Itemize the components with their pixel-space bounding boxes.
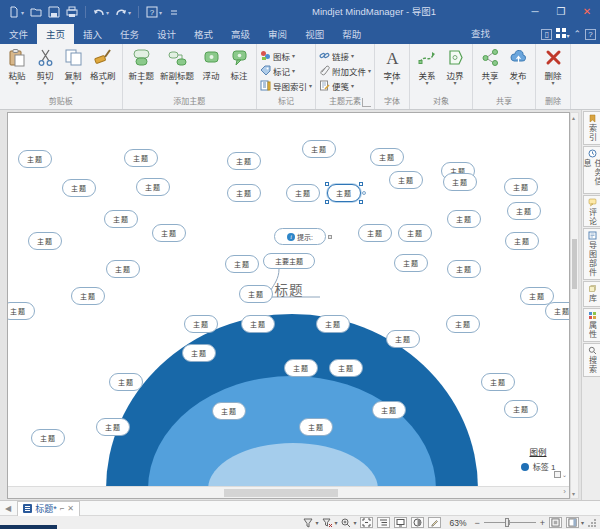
floating-topic[interactable]: 主题 <box>18 150 52 168</box>
tab-插入[interactable]: 插入 <box>74 24 111 44</box>
floating-topic[interactable]: 主题 <box>182 344 216 362</box>
floating-topic[interactable]: 主题 <box>481 373 515 391</box>
floating-topic[interactable]: 主题 <box>62 179 96 197</box>
close-button[interactable]: ✕ <box>574 0 600 22</box>
undo-button[interactable]: ▾ <box>91 3 111 21</box>
redo-button[interactable]: ▾ <box>113 3 133 21</box>
ribbon-button-边界[interactable]: 边界▾ <box>441 46 469 86</box>
vscroll-down-arrow[interactable]: ▾ <box>572 490 575 497</box>
fit-map-button[interactable] <box>549 517 562 528</box>
ribbon-button-附加文件[interactable]: 附加文件▾ <box>319 63 371 78</box>
tab-close-icon[interactable]: ✕ <box>67 504 74 513</box>
ribbon-button-链接[interactable]: 链接▾ <box>319 48 371 63</box>
main-topic[interactable]: 主要主题 <box>263 253 315 269</box>
floating-topic[interactable]: 主题 <box>370 148 404 166</box>
floating-topic[interactable]: 主题 <box>286 184 320 202</box>
ribbon-button-共享[interactable]: 共享▾ <box>476 46 504 86</box>
floating-topic[interactable]: 主题 <box>398 224 432 242</box>
floating-topic[interactable]: 主题 <box>389 171 423 189</box>
zoom-in-button[interactable]: + <box>540 518 545 528</box>
more-button[interactable] <box>166 3 182 21</box>
hscroll-thumb[interactable] <box>224 489 338 497</box>
ribbon-button-标记[interactable]: 标记▾ <box>260 63 312 78</box>
tab-格式[interactable]: 格式 <box>185 24 222 44</box>
floating-topic[interactable]: 主题 <box>225 255 259 273</box>
floating-topic[interactable]: 主题 <box>358 224 392 242</box>
floating-topic[interactable]: 主题 <box>447 260 481 278</box>
floating-topic[interactable]: 主题 <box>106 260 140 278</box>
print-button[interactable] <box>64 3 80 21</box>
ribbon-button-发布[interactable]: 发布▾ <box>504 46 532 86</box>
hscroll-right-arrow[interactable]: › <box>563 487 566 496</box>
find-button[interactable]: 查找 <box>471 24 490 44</box>
help-button[interactable]: ?▾ <box>144 3 164 21</box>
map-canvas[interactable]: 主题主题主题主题主题主题主题主题主题主题主题主题主题主题主题主题主题主题主题主题… <box>7 112 570 499</box>
floating-topic[interactable]: 主题 <box>316 315 350 333</box>
ribbon-button-复制[interactable]: 复制▾ <box>59 46 87 86</box>
tab-文件[interactable]: 文件 <box>0 24 37 44</box>
floating-topic[interactable]: 主题 <box>7 302 35 320</box>
floating-topic[interactable]: 主题 <box>372 401 406 419</box>
ribbon-button-标注[interactable]: 标注 <box>225 46 253 81</box>
floating-topic[interactable]: 主题 <box>545 302 570 320</box>
ribbon-button-新副标题[interactable]: 新副标题▾ <box>157 46 197 86</box>
ribbon-button-便笺[interactable]: 便笺▾ <box>319 78 371 93</box>
floating-topic[interactable]: 主题 <box>96 418 130 436</box>
floating-topic[interactable]: 主题 <box>227 152 261 170</box>
floating-topic[interactable]: 主题 <box>394 254 428 272</box>
ribbon-button-粘贴[interactable]: 粘贴▾ <box>3 46 31 86</box>
ribbon-button-字体[interactable]: A字体▾ <box>378 46 406 86</box>
floating-topic[interactable]: 主题 <box>504 400 538 418</box>
save-button[interactable] <box>46 3 62 21</box>
task-pane-tab-评论[interactable]: 评论 <box>583 195 600 227</box>
floating-topic[interactable]: 主题 <box>443 173 477 191</box>
floating-topic[interactable]: 主题 <box>241 315 275 333</box>
ribbon-button-剪切[interactable]: 剪切▾ <box>31 46 59 86</box>
floating-topic[interactable]: 主题 <box>28 232 62 250</box>
filter-button[interactable] <box>303 514 313 529</box>
tab-设计[interactable]: 设计 <box>148 24 185 44</box>
floating-topic[interactable]: 主题 <box>152 224 186 242</box>
task-pane-tab-索引[interactable]: 索引 <box>583 111 600 145</box>
doctab-scroll-left-icon[interactable]: ◀ <box>0 504 17 513</box>
task-pane-tab-属性[interactable]: 属性 <box>583 308 600 342</box>
floating-topic[interactable]: 主题 <box>136 178 170 196</box>
legend-dropdown[interactable]: ⌄ <box>554 471 567 478</box>
floating-topic[interactable]: 主题 <box>386 330 420 348</box>
zoom-slider-thumb[interactable] <box>505 518 509 527</box>
filter-clear-button[interactable] <box>322 514 332 529</box>
floating-topic[interactable]: 主题 <box>227 184 261 202</box>
maximize-button[interactable]: ❐ <box>548 0 574 22</box>
tab-主页[interactable]: 主页 <box>37 24 74 44</box>
floating-topic[interactable]: 主题 <box>104 210 138 228</box>
collapse-ribbon-icon[interactable]: ⌃ <box>573 29 581 39</box>
new-doc-button[interactable]: ▾ <box>6 3 26 21</box>
floating-topic[interactable]: 主题 <box>184 315 218 333</box>
document-tab[interactable]: 标题* ⌐ ✕ <box>17 501 80 516</box>
view-presentation-button[interactable] <box>394 517 407 528</box>
floating-topic[interactable]: 主题 <box>31 429 65 447</box>
tab-高级[interactable]: 高级 <box>222 24 259 44</box>
floating-topic[interactable]: 主题 <box>299 418 333 436</box>
task-pane-tab-任务信息[interactable]: 任务信息 <box>583 146 600 194</box>
ribbon-button-图标[interactable]: 图标▾ <box>260 48 312 63</box>
vscroll-up-arrow[interactable]: ▴ <box>572 114 575 121</box>
floating-topic[interactable]: 主题 <box>504 178 538 196</box>
floating-topic[interactable]: 主题 <box>71 287 105 305</box>
floating-topic[interactable]: 主题 <box>446 315 480 333</box>
vertical-scrollbar[interactable]: ▴ ▾ <box>570 112 579 499</box>
ribbon-button-浮动[interactable]: 浮动 <box>197 46 225 81</box>
help-badge-icon[interactable]: ? <box>585 29 596 40</box>
floating-topic[interactable]: 主题 <box>302 140 336 158</box>
vscroll-thumb[interactable] <box>572 239 577 289</box>
floating-topic[interactable]: 主题 <box>109 373 143 391</box>
tab-任务[interactable]: 任务 <box>111 24 148 44</box>
tab-detach-icon[interactable]: ⌐ <box>60 504 65 513</box>
open-folder-button[interactable] <box>28 3 44 21</box>
task-pane-tab-库[interactable]: 库 <box>583 281 600 307</box>
tab-审阅[interactable]: 审阅 <box>259 24 296 44</box>
zoom-out-button[interactable]: − <box>474 518 479 528</box>
floating-topic[interactable]: 主题 <box>505 232 539 250</box>
view-edit-button[interactable] <box>428 517 441 528</box>
horizontal-scrollbar[interactable]: › <box>8 486 569 498</box>
